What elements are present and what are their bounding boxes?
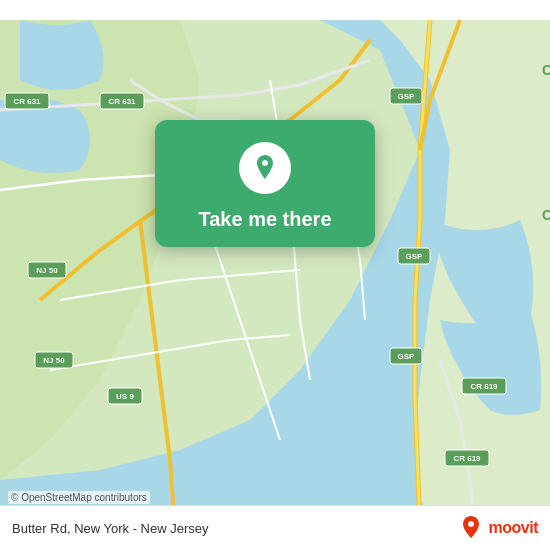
location-pin-icon [250,153,280,183]
svg-text:C: C [542,62,550,78]
svg-text:CR 631: CR 631 [108,97,136,106]
moovit-label: moovit [489,519,538,537]
svg-text:CR 619: CR 619 [470,382,498,391]
action-card[interactable]: Take me there [155,120,375,247]
svg-text:CR 631: CR 631 [13,97,41,106]
bottom-bar: Butter Rd, New York - New Jersey moovit [0,505,550,550]
svg-text:GSP: GSP [398,92,416,101]
pin-icon-wrapper [239,142,291,194]
map-background: CR 631 CR 631 NJ 50 NJ 50 GSP GSP GSP US… [0,0,550,550]
copyright-notice: © OpenStreetMap contributors [8,491,150,504]
svg-text:C: C [542,207,550,223]
svg-text:GSP: GSP [406,252,424,261]
svg-text:NJ 50: NJ 50 [43,356,65,365]
svg-text:GSP: GSP [398,352,416,361]
svg-text:CR 619: CR 619 [453,454,481,463]
moovit-icon [457,514,485,542]
map-container: CR 631 CR 631 NJ 50 NJ 50 GSP GSP GSP US… [0,0,550,550]
moovit-logo: moovit [457,514,538,542]
svg-text:NJ 50: NJ 50 [36,266,58,275]
take-me-there-button[interactable]: Take me there [198,208,331,231]
location-label: Butter Rd, New York - New Jersey [12,521,209,536]
svg-text:US 9: US 9 [116,392,134,401]
